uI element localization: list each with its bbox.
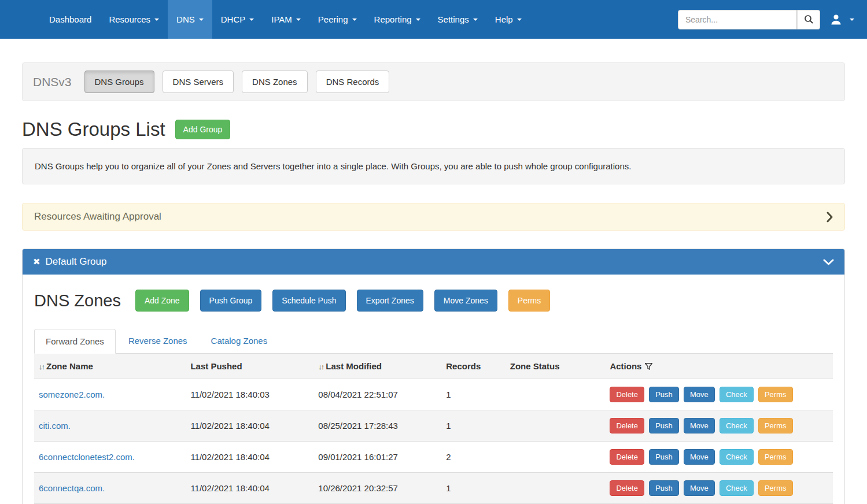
last-pushed-cell: 11/02/2021 18:40:04 [186, 473, 313, 504]
move-button[interactable]: Move [684, 480, 715, 496]
tab-dns-groups[interactable]: DNS Groups [84, 71, 154, 93]
delete-button[interactable]: Delete [610, 480, 644, 496]
caret-down-icon [416, 18, 420, 21]
perms-row-button[interactable]: Perms [758, 387, 793, 402]
move-button[interactable]: Move [684, 418, 715, 433]
column-header-zone-name[interactable]: Zone Name [46, 361, 93, 371]
nav-item-label: Reporting [374, 14, 412, 24]
delete-button[interactable]: Delete [610, 449, 644, 465]
zones-section-title: DNS Zones [34, 291, 121, 310]
nav-item-settings[interactable]: Settings [429, 0, 486, 39]
nav-item-help[interactable]: Help [486, 0, 530, 39]
column-header-records[interactable]: Records [446, 361, 481, 371]
last-modified-cell: 09/01/2021 16:01:27 [313, 442, 441, 473]
caret-down-icon [199, 18, 204, 21]
nav-item-dhcp[interactable]: DHCP [212, 0, 263, 39]
nav-item-label: Settings [438, 14, 469, 24]
zone-name-link[interactable]: 6connectqa.com. [39, 483, 105, 493]
move-button[interactable]: Move [684, 449, 715, 465]
page-header: DNS Groups List Add Group [22, 118, 845, 140]
actions-cell: Delete Push Move Check Perms [605, 379, 833, 410]
tab-dns-servers[interactable]: DNS Servers [163, 71, 234, 93]
search-icon [804, 14, 814, 24]
perms-row-button[interactable]: Perms [758, 418, 793, 433]
tab-dns-records[interactable]: DNS Records [316, 71, 390, 93]
caret-down-icon [296, 18, 301, 21]
records-cell: 1 [441, 379, 505, 410]
resources-awaiting-approval-panel[interactable]: Resources Awaiting Approval [22, 203, 845, 231]
dnsv3-label: DNSv3 [33, 75, 72, 89]
zone-status-cell [506, 410, 606, 442]
delete-button[interactable]: Delete [610, 387, 644, 402]
nav-item-ipam[interactable]: IPAM [263, 0, 309, 39]
check-button[interactable]: Check [720, 387, 754, 402]
add-group-button[interactable]: Add Group [175, 120, 231, 139]
search-input[interactable] [678, 10, 797, 29]
nav-item-label: Help [495, 14, 513, 24]
column-header-last-pushed[interactable]: Last Pushed [190, 361, 242, 371]
caret-down-icon [352, 18, 357, 21]
check-button[interactable]: Check [720, 480, 754, 496]
top-navbar: Dashboard Resources DNS DHCP IPAM Peerin… [0, 0, 867, 39]
remove-group-icon[interactable]: ✖ [33, 257, 40, 267]
filter-icon[interactable] [645, 363, 652, 370]
last-modified-cell: 10/26/2021 20:32:57 [313, 473, 441, 504]
perms-button[interactable]: Perms [508, 290, 550, 312]
nav-item-reporting[interactable]: Reporting [366, 0, 429, 39]
dnsv3-subnav: DNSv3 DNS Groups DNS Servers DNS Zones D… [22, 62, 845, 101]
group-panel-header[interactable]: ✖ Default Group [23, 249, 844, 275]
table-row: citi.com. 11/02/2021 18:40:04 08/25/2021… [34, 410, 833, 442]
column-header-zone-status[interactable]: Zone Status [510, 361, 560, 371]
zone-name-link[interactable]: 6connectclonetest2.com. [39, 452, 135, 462]
nav-item-dns[interactable]: DNS [168, 0, 212, 39]
nav-item-label: DHCP [221, 14, 246, 24]
last-pushed-cell: 11/02/2021 18:40:04 [186, 410, 313, 442]
perms-row-button[interactable]: Perms [758, 480, 793, 496]
push-button[interactable]: Push [649, 480, 679, 496]
nav-item-label: Resources [109, 14, 150, 24]
delete-button[interactable]: Delete [610, 418, 644, 433]
nav-item-dashboard[interactable]: Dashboard [40, 0, 100, 39]
push-button[interactable]: Push [649, 418, 679, 433]
add-zone-button[interactable]: Add Zone [135, 290, 189, 312]
nav-item-peering[interactable]: Peering [309, 0, 366, 39]
push-group-button[interactable]: Push Group [200, 290, 262, 312]
zone-name-link[interactable]: citi.com. [39, 421, 71, 431]
search-button[interactable] [797, 10, 820, 29]
move-button[interactable]: Move [684, 387, 715, 402]
tab-catalog-zones[interactable]: Catalog Zones [200, 329, 279, 354]
tab-reverse-zones[interactable]: Reverse Zones [117, 329, 198, 354]
last-modified-cell: 08/25/2021 17:28:43 [313, 410, 441, 442]
page-title: DNS Groups List [22, 118, 165, 140]
main-menu: Dashboard Resources DNS DHCP IPAM Peerin… [40, 0, 530, 39]
caret-down-icon [154, 18, 159, 21]
check-button[interactable]: Check [720, 418, 754, 433]
push-button[interactable]: Push [649, 387, 679, 402]
move-zones-button[interactable]: Move Zones [434, 290, 497, 312]
zone-status-cell [506, 379, 606, 410]
group-title: Default Group [46, 256, 107, 268]
collapse-toggle[interactable] [823, 259, 834, 265]
caret-down-icon [249, 18, 254, 21]
zone-name-link[interactable]: somezone2.com. [39, 390, 105, 399]
tab-forward-zones[interactable]: Forward Zones [34, 329, 116, 354]
actions-cell: Delete Push Move Check Perms [605, 410, 833, 442]
check-button[interactable]: Check [720, 449, 754, 465]
chevron-down-icon [823, 259, 834, 265]
schedule-push-button[interactable]: Schedule Push [272, 290, 345, 312]
nav-item-resources[interactable]: Resources [100, 0, 168, 39]
tab-dns-zones[interactable]: DNS Zones [242, 71, 308, 93]
perms-row-button[interactable]: Perms [758, 449, 793, 465]
table-row: somezone2.com. 11/02/2021 18:40:03 08/04… [34, 379, 833, 410]
sort-icon[interactable]: ↓↑ [39, 362, 46, 371]
nav-item-label: DNS [176, 14, 195, 24]
column-header-last-modified[interactable]: Last Modified [326, 361, 382, 371]
sort-icon[interactable]: ↓↑ [318, 362, 326, 371]
chevron-right-icon [827, 212, 833, 223]
navbar-right [678, 0, 867, 39]
push-button[interactable]: Push [649, 449, 679, 465]
table-row: 6connectclonetest2.com. 11/02/2021 18:40… [34, 442, 833, 473]
last-pushed-cell: 11/02/2021 18:40:04 [186, 442, 313, 473]
user-menu[interactable] [828, 14, 857, 25]
export-zones-button[interactable]: Export Zones [357, 290, 423, 312]
